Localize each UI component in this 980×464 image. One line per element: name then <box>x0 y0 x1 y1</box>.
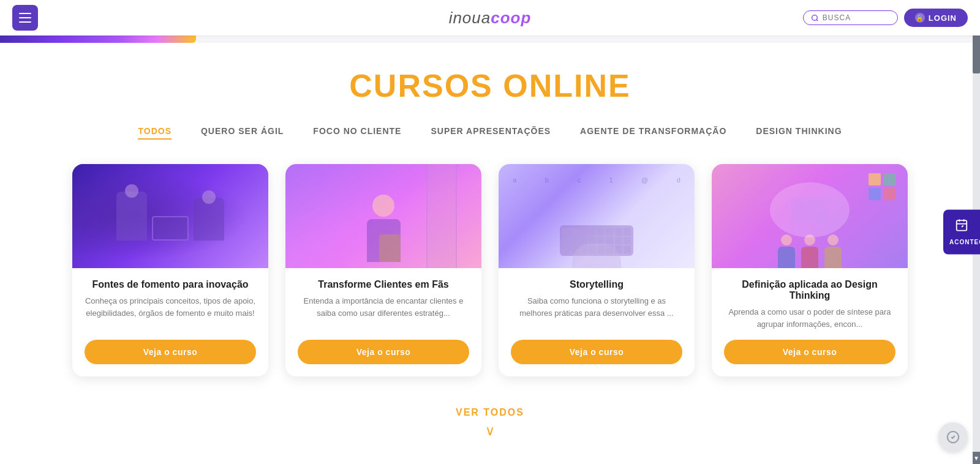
sticky-2 <box>883 173 895 185</box>
hands-shape <box>572 244 621 268</box>
card-desc-2: Entenda a importância de encantar client… <box>298 295 469 330</box>
card-title-1: Fontes de fomento para inovação <box>85 279 256 290</box>
card-body-2: Transforme Clientes em Fãs Entenda a imp… <box>285 268 481 376</box>
person-head-2 <box>202 190 216 204</box>
card-image-1 <box>72 164 268 268</box>
menu-button[interactable] <box>12 5 38 31</box>
key <box>606 237 613 245</box>
side-float: ACONTECE <box>943 210 980 255</box>
card-btn-2[interactable]: Veja o curso <box>298 340 469 364</box>
g-person-2 <box>801 234 818 268</box>
check-float-button[interactable] <box>938 422 968 452</box>
door-shape <box>426 164 457 268</box>
card-btn-1[interactable]: Veja o curso <box>85 340 256 364</box>
card-fontes-fomento: Fontes de fomento para inovação Conheça … <box>72 164 268 376</box>
floating-letters: abc1@d <box>499 176 695 184</box>
g-body-1 <box>778 247 795 268</box>
key <box>624 237 631 245</box>
scroll-down-arrow[interactable]: ▼ <box>973 452 980 464</box>
card-body-1: Fontes de fomento para inovação Conheça … <box>72 268 268 376</box>
tab-design-thinking[interactable]: DESIGN THINKING <box>756 126 842 140</box>
header-right: 🔒 LOGIN <box>803 9 968 27</box>
search-wrap[interactable] <box>803 10 898 25</box>
card-img-bg-3: abc1@d <box>499 164 695 268</box>
acontece-label: ACONTECE <box>949 239 980 245</box>
person-head-1 <box>125 184 138 198</box>
key <box>624 228 631 236</box>
logo: inoua coop <box>449 9 532 28</box>
box-shape <box>379 234 401 262</box>
card-desc-4: Aprenda a como usar o poder de síntese p… <box>724 306 895 330</box>
card-img-bg-4 <box>712 164 908 268</box>
key <box>562 228 570 236</box>
key <box>589 228 596 236</box>
key <box>615 228 622 236</box>
key <box>580 228 587 236</box>
course-tabs: TODOS QUERO SER ÁGIL FOCO NO CLIENTE SUP… <box>0 126 980 140</box>
acontece-button[interactable]: ACONTECE <box>943 210 980 255</box>
key <box>615 237 622 245</box>
tab-todos[interactable]: TODOS <box>138 126 172 140</box>
card-body-3: Storytelling Saiba como funciona o story… <box>499 268 695 376</box>
logo-inova-text: inoua <box>449 9 491 28</box>
card-title-4: Definição aplicada ao Design Thinking <box>724 279 895 301</box>
laptop-shape <box>791 198 828 222</box>
calendar-icon <box>949 219 974 236</box>
search-input[interactable] <box>823 13 890 22</box>
key <box>580 237 587 245</box>
card-img-bg-1 <box>72 164 268 268</box>
person-2 <box>194 198 224 241</box>
logo-coop-text: coop <box>491 9 531 28</box>
card-image-3: abc1@d <box>499 164 695 268</box>
tab-super-apresentacoes[interactable]: SUPER APRESENTAÇÕES <box>431 126 551 140</box>
lock-icon: 🔒 <box>915 13 925 23</box>
g-head-3 <box>827 234 839 245</box>
key <box>571 228 578 236</box>
svg-rect-1 <box>957 220 967 231</box>
woman-head <box>372 195 394 217</box>
monitor <box>152 216 189 241</box>
g-head-1 <box>781 234 792 245</box>
card-btn-3[interactable]: Veja o curso <box>511 340 682 364</box>
login-button[interactable]: 🔒 LOGIN <box>904 9 968 27</box>
cards-container: Fontes de fomento para inovação Conheça … <box>0 164 980 376</box>
menu-bar-2 <box>19 17 31 18</box>
card-transforme-clientes: Transforme Clientes em Fãs Entenda a imp… <box>285 164 481 376</box>
ver-todos-section: VER TODOS ∨ <box>0 407 980 439</box>
chevron-down-icon[interactable]: ∨ <box>0 423 980 439</box>
tab-quero-ser-agil[interactable]: QUERO SER ÁGIL <box>201 126 284 140</box>
key <box>597 228 605 236</box>
card-design-thinking: Definição aplicada ao Design Thinking Ap… <box>712 164 908 376</box>
card-image-2 <box>285 164 481 268</box>
header-left <box>12 5 38 31</box>
menu-bar-1 <box>19 13 31 14</box>
key <box>562 245 570 253</box>
ver-todos-link[interactable]: VER TODOS <box>456 407 524 418</box>
key <box>606 228 613 236</box>
gradient-stripe <box>0 36 196 43</box>
g-body-3 <box>824 247 842 268</box>
table-round <box>770 182 850 238</box>
sticky-1 <box>869 173 881 185</box>
header: inoua coop 🔒 LOGIN <box>0 0 980 36</box>
tab-foco-no-cliente[interactable]: FOCO NO CLIENTE <box>313 126 401 140</box>
people-silhouette <box>116 192 224 241</box>
key <box>624 245 631 253</box>
card-img-bg-2 <box>285 164 481 268</box>
svg-point-0 <box>812 15 817 20</box>
card-btn-4[interactable]: Veja o curso <box>724 340 895 364</box>
card-title-3: Storytelling <box>511 279 682 290</box>
login-label: LOGIN <box>929 13 957 23</box>
sticky-3 <box>869 188 881 200</box>
g-body-2 <box>801 247 818 268</box>
g-person-3 <box>824 234 842 268</box>
tab-agente-de-transformacao[interactable]: AGENTE DE TRANSFORMAÇÃO <box>580 126 726 140</box>
g-person-1 <box>778 234 795 268</box>
sticky-4 <box>883 188 895 200</box>
search-icon <box>811 14 819 22</box>
key <box>571 237 578 245</box>
group-shape <box>778 234 842 268</box>
card-storytelling: abc1@d <box>499 164 695 376</box>
main-content: CURSOS ONLINE TODOS QUERO SER ÁGIL FOCO … <box>0 43 980 464</box>
card-desc-1: Conheça os principais conceitos, tipos d… <box>85 295 256 330</box>
